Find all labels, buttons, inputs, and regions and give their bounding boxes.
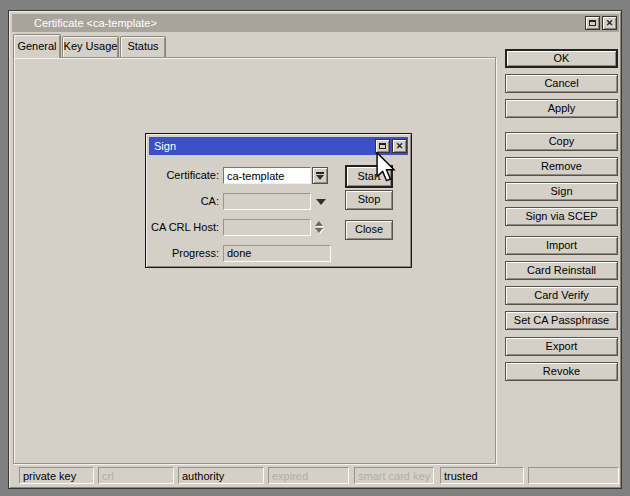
ca-crl-host-input	[223, 219, 311, 236]
window-title: Certificate <ca-template>	[34, 17, 157, 29]
remove-button[interactable]: Remove	[505, 157, 618, 176]
sign-dialog-titlebar[interactable]: Sign	[149, 137, 408, 155]
sign-dialog-title: Sign	[154, 140, 176, 152]
ca-crl-host-label: CA CRL Host:	[146, 221, 219, 233]
ca-label: CA:	[146, 195, 219, 207]
card-reinstall-button[interactable]: Card Reinstall	[505, 261, 618, 280]
start-button[interactable]: Start	[345, 165, 393, 188]
close-icon: ✕	[396, 142, 404, 151]
card-verify-button[interactable]: Card Verify	[505, 286, 618, 305]
tab-status[interactable]: Status	[120, 36, 166, 57]
tab-general[interactable]: General	[13, 34, 61, 58]
status-flag-smart-card-key: smart card key	[354, 467, 434, 484]
sign-dialog: Sign ✕ Certificate: CA: CA CRL Host: Pro…	[145, 133, 412, 268]
close-icon: ✕	[606, 19, 614, 28]
set-ca-passphrase-button[interactable]: Set CA Passphrase	[505, 311, 618, 330]
apply-button[interactable]: Apply	[505, 99, 618, 118]
status-flag-empty	[528, 467, 619, 484]
maximize-icon	[589, 20, 596, 26]
revoke-button[interactable]: Revoke	[505, 362, 618, 381]
dropdown-arrow-icon	[316, 175, 324, 180]
certificate-combo-input[interactable]	[223, 167, 311, 184]
export-button[interactable]: Export	[505, 337, 618, 356]
tab-status-label: Status	[127, 40, 158, 52]
progress-label: Progress:	[146, 247, 219, 259]
ok-button[interactable]: OK	[505, 49, 618, 68]
dropdown-bar-icon	[316, 172, 324, 174]
ca-combo-input	[223, 193, 311, 210]
status-flag-crl: crl	[98, 467, 174, 484]
sign-button[interactable]: Sign	[505, 182, 618, 201]
sign-maximize-button[interactable]	[375, 139, 390, 153]
certificate-dropdown-button[interactable]	[312, 167, 328, 184]
ca-crl-host-spinner	[315, 221, 323, 233]
maximize-icon	[379, 143, 386, 149]
status-flag-authority: authority	[178, 467, 264, 484]
dialog-close-button[interactable]: Close	[345, 220, 393, 240]
cancel-button[interactable]: Cancel	[505, 74, 618, 93]
maximize-button[interactable]	[585, 16, 600, 30]
copy-button[interactable]: Copy	[505, 132, 618, 151]
import-button[interactable]: Import	[505, 236, 618, 255]
certificate-label: Certificate:	[146, 169, 219, 181]
stop-button[interactable]: Stop	[345, 190, 393, 210]
status-flag-private-key: private key	[19, 467, 94, 484]
progress-field: done	[223, 245, 331, 262]
sign-close-button[interactable]: ✕	[392, 139, 407, 153]
window-titlebar[interactable]: Certificate <ca-template>	[12, 14, 619, 32]
tab-key-usage[interactable]: Key Usage	[62, 36, 119, 57]
spinner-down-icon	[315, 228, 323, 233]
tab-key-usage-label: Key Usage	[64, 40, 118, 52]
certificate-window: Certificate <ca-template> ✕ General Key …	[8, 10, 622, 489]
sign-via-scep-button[interactable]: Sign via SCEP	[505, 207, 618, 226]
ca-dropdown-icon[interactable]	[316, 199, 326, 205]
spinner-up-icon	[315, 221, 323, 226]
status-flag-trusted: trusted	[440, 467, 524, 484]
tab-general-label: General	[17, 40, 56, 52]
close-button[interactable]: ✕	[602, 16, 617, 30]
status-flag-expired: expired	[268, 467, 349, 484]
desktop: { "window": { "title": "Certificate <ca-…	[0, 0, 630, 496]
